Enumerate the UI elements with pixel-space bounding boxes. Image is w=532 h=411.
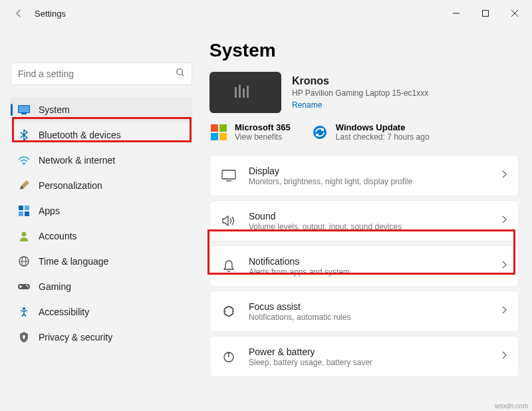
update-title: Windows Update — [336, 122, 430, 132]
svg-rect-10 — [19, 211, 23, 216]
svg-rect-23 — [239, 84, 241, 98]
sidebar-item-personalization[interactable]: Personalization — [11, 173, 192, 198]
rename-link[interactable]: Rename — [292, 100, 322, 110]
sidebar-item-label: Privacy & security — [39, 332, 112, 342]
sidebar-item-label: Bluetooth & devices — [39, 130, 121, 140]
sidebar-item-label: Apps — [39, 206, 60, 216]
notifications-icon — [221, 258, 237, 274]
chevron-right-icon — [501, 260, 507, 272]
search-icon — [176, 68, 185, 80]
privacy-icon — [17, 331, 31, 344]
apps-icon — [17, 204, 31, 217]
svg-rect-25 — [247, 86, 249, 98]
system-icon — [17, 103, 31, 116]
card-sub: Monitors, brightness, night light, displ… — [249, 177, 501, 186]
chevron-right-icon — [501, 305, 507, 317]
svg-rect-21 — [23, 337, 25, 339]
svg-point-7 — [23, 164, 25, 165]
svg-line-3 — [182, 74, 184, 76]
bluetooth-icon — [17, 128, 31, 142]
sound-icon — [221, 213, 237, 229]
svg-point-26 — [313, 126, 327, 139]
desktop-preview[interactable] — [209, 72, 281, 113]
sidebar-item-privacy[interactable]: Privacy & security — [11, 325, 192, 350]
chevron-right-icon — [501, 215, 507, 227]
device-info: Kronos HP Pavilion Gaming Laptop 15-ec1x… — [292, 75, 428, 110]
card-sub: Sleep, battery usage, battery saver — [249, 358, 501, 367]
card-title: Power & battery — [249, 346, 501, 357]
sidebar-item-label: Gaming — [39, 281, 71, 292]
card-title: Display — [249, 166, 501, 176]
sidebar-item-time-language[interactable]: Time & language — [11, 249, 192, 274]
sidebar-item-label: Accounts — [39, 231, 77, 241]
svg-rect-5 — [19, 106, 29, 112]
search-box[interactable] — [11, 63, 192, 85]
sidebar-item-system[interactable]: System — [11, 97, 192, 122]
sidebar-item-network[interactable]: Network & internet — [11, 148, 192, 173]
titlebar: Settings — [0, 0, 532, 27]
chevron-right-icon — [501, 170, 507, 182]
card-notifications[interactable]: NotificationsAlerts from apps and system — [209, 245, 519, 287]
svg-point-12 — [22, 232, 27, 237]
svg-rect-24 — [243, 88, 245, 98]
device-row: Kronos HP Pavilion Gaming Laptop 15-ec1x… — [209, 72, 519, 113]
sidebar-item-apps[interactable]: Apps — [11, 198, 192, 223]
card-focus-assist[interactable]: Focus assistNotifications, automatic rul… — [209, 291, 519, 332]
update-sub: Last checked: 7 hours ago — [336, 132, 430, 142]
windows-update-link[interactable]: Windows Update Last checked: 7 hours ago — [311, 122, 430, 142]
maximize-button[interactable] — [471, 3, 500, 24]
microsoft-logo-icon — [209, 123, 228, 142]
quick-links-row: Microsoft 365 View benefits Windows Upda… — [209, 122, 519, 142]
window-controls — [442, 3, 529, 24]
chevron-right-icon — [501, 350, 507, 362]
card-title: Focus assist — [249, 301, 501, 312]
svg-rect-9 — [25, 206, 29, 210]
card-sound[interactable]: SoundVolume levels, output, input, sound… — [209, 200, 519, 241]
svg-rect-27 — [222, 170, 235, 179]
sidebar-item-gaming[interactable]: Gaming — [11, 274, 192, 299]
microsoft-365-link[interactable]: Microsoft 365 View benefits — [209, 122, 291, 142]
settings-cards: DisplayMonitors, brightness, night light… — [209, 155, 519, 377]
device-name: Kronos — [292, 75, 428, 87]
sidebar-item-label: Time & language — [39, 256, 108, 267]
main-panel: System Kronos HP Pavilion Gaming Laptop … — [203, 27, 532, 411]
personalization-icon — [17, 179, 31, 192]
svg-point-18 — [27, 286, 29, 287]
power-icon — [221, 348, 237, 364]
focus-assist-icon — [221, 303, 237, 319]
sidebar-item-accounts[interactable]: Accounts — [11, 223, 192, 249]
display-icon — [221, 168, 237, 184]
watermark: wsxdn.com — [495, 402, 528, 410]
accessibility-icon — [17, 305, 31, 319]
sidebar-item-label: Network & internet — [39, 155, 115, 166]
search-input[interactable] — [18, 68, 176, 79]
content: System Bluetooth & devices Network & int… — [0, 27, 532, 411]
time-language-icon — [17, 255, 31, 268]
network-icon — [17, 154, 31, 167]
page-title: System — [209, 40, 519, 61]
card-display[interactable]: DisplayMonitors, brightness, night light… — [209, 155, 519, 196]
close-button[interactable] — [500, 3, 529, 24]
card-sub: Notifications, automatic rules — [249, 313, 501, 322]
m365-title: Microsoft 365 — [235, 122, 291, 132]
update-icon — [311, 123, 329, 142]
card-sub: Volume levels, output, input, sound devi… — [249, 222, 501, 231]
svg-point-29 — [224, 307, 233, 316]
svg-rect-8 — [19, 206, 23, 210]
svg-rect-22 — [235, 87, 237, 98]
minimize-button[interactable] — [442, 3, 471, 24]
svg-rect-1 — [483, 11, 489, 17]
back-button[interactable] — [8, 3, 29, 24]
card-sub: Alerts from apps and system — [249, 267, 501, 277]
accounts-icon — [17, 229, 31, 243]
card-power-battery[interactable]: Power & batterySleep, battery usage, bat… — [209, 336, 519, 377]
card-title: Notifications — [249, 256, 501, 267]
sidebar-item-bluetooth[interactable]: Bluetooth & devices — [11, 122, 192, 148]
svg-point-2 — [177, 69, 183, 75]
m365-sub: View benefits — [235, 132, 291, 142]
sidebar-item-accessibility[interactable]: Accessibility — [11, 299, 192, 325]
nav-list: System Bluetooth & devices Network & int… — [11, 97, 192, 350]
svg-point-17 — [26, 285, 27, 286]
svg-rect-11 — [25, 211, 29, 216]
sidebar-item-label: Accessibility — [39, 307, 89, 317]
